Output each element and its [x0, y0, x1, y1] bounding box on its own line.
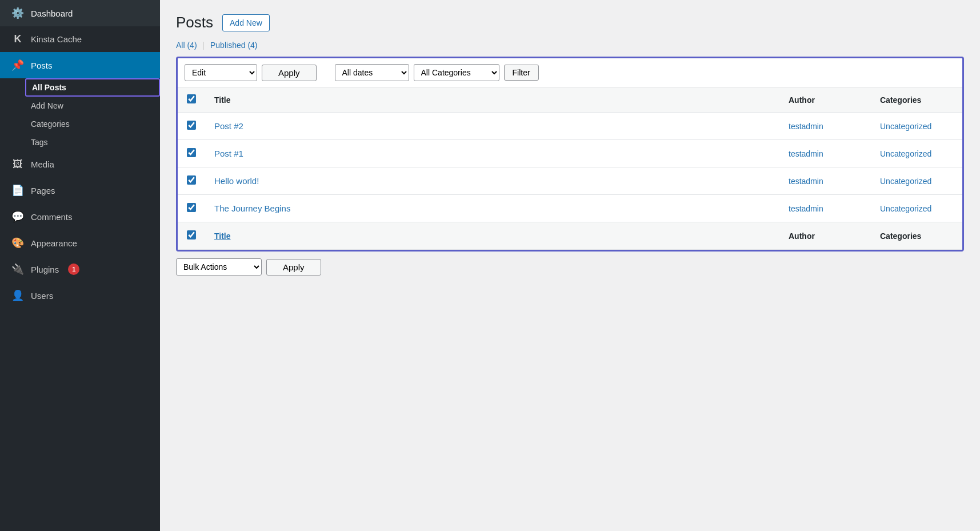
sidebar-item-label: Dashboard: [31, 9, 73, 18]
sidebar-sub-item-tags[interactable]: Tags: [31, 133, 160, 151]
sidebar-item-dashboard[interactable]: ⚙️ Dashboard: [0, 0, 160, 26]
comments-icon: 💬: [11, 210, 24, 223]
top-bulk-bar: Edit Move to Trash Apply All dates All C…: [178, 58, 962, 87]
dates-filter-select[interactable]: All dates: [335, 64, 409, 81]
posts-submenu: All Posts Add New Categories Tags: [0, 78, 160, 151]
sidebar-item-label: Media: [31, 159, 54, 169]
kinsta-icon: K: [11, 33, 24, 45]
sidebar-item-pages[interactable]: 📄 Pages: [0, 177, 160, 203]
page-title-row: Posts Add New: [176, 14, 964, 31]
row-title-cell: Post #2: [205, 113, 779, 140]
sidebar-item-appearance[interactable]: 🎨 Appearance: [0, 230, 160, 256]
bottom-apply-button[interactable]: Apply: [266, 259, 321, 276]
add-new-button[interactable]: Add New: [222, 14, 270, 31]
plugins-icon: 🔌: [11, 263, 24, 276]
filter-published-link[interactable]: Published (4): [210, 41, 258, 50]
sidebar-item-kinsta-cache[interactable]: K Kinsta Cache: [0, 26, 160, 52]
filter-bar: All dates All Categories Filter: [335, 64, 539, 81]
footer-title-col: Title: [205, 222, 779, 250]
categories-filter-select[interactable]: All Categories: [414, 64, 499, 81]
row-title-cell: Post #1: [205, 140, 779, 167]
row-checkbox-cell: [178, 113, 205, 140]
sidebar-item-label: Comments: [31, 212, 73, 222]
sidebar-sub-item-categories[interactable]: Categories: [31, 115, 160, 133]
row-checkbox-1[interactable]: [187, 121, 196, 130]
post-category-link-2[interactable]: Uncategorized: [880, 149, 931, 158]
media-icon: 🖼: [11, 158, 24, 170]
filter-all-link[interactable]: All (4): [176, 41, 199, 50]
dashboard-icon: ⚙️: [11, 7, 24, 19]
post-author-link-2[interactable]: testadmin: [789, 149, 823, 158]
users-icon: 👤: [11, 289, 24, 302]
table-row: Hello world! testadmin Uncategorized: [178, 167, 962, 195]
table-row: The Journey Begins testadmin Uncategoriz…: [178, 195, 962, 222]
sidebar-item-users[interactable]: 👤 Users: [0, 282, 160, 309]
footer-author-col: Author: [779, 222, 871, 250]
sidebar-item-label: Pages: [31, 186, 55, 195]
table-row: Post #2 testadmin Uncategorized: [178, 113, 962, 140]
select-all-checkbox[interactable]: [187, 94, 196, 103]
sidebar-item-plugins[interactable]: 🔌 Plugins 1: [0, 256, 160, 282]
sidebar-item-label: Users: [31, 291, 53, 301]
posts-icon: 📌: [11, 59, 24, 71]
row-title-cell: The Journey Begins: [205, 195, 779, 222]
post-title-link-1[interactable]: Post #2: [214, 121, 243, 131]
sidebar-item-label: Kinsta Cache: [31, 34, 82, 44]
top-bulk-action-select[interactable]: Edit Move to Trash: [185, 64, 257, 81]
header-author-col: Author: [779, 87, 871, 113]
pages-icon: 📄: [11, 184, 24, 197]
row-category-cell: Uncategorized: [871, 113, 962, 140]
row-author-cell: testadmin: [779, 195, 871, 222]
filter-separator: |: [202, 41, 207, 50]
footer-checkbox-col: [178, 222, 205, 250]
bottom-bulk-bar: Bulk Actions Edit Move to Trash Apply: [176, 254, 964, 280]
header-checkbox-col: [178, 87, 205, 113]
sidebar-item-media[interactable]: 🖼 Media: [0, 151, 160, 177]
posts-table: Title Author Categories Post #2: [178, 87, 962, 250]
post-title-link-2[interactable]: Post #1: [214, 149, 243, 158]
footer-categories-col: Categories: [871, 222, 962, 250]
header-categories-col: Categories: [871, 87, 962, 113]
sidebar: ⚙️ Dashboard K Kinsta Cache 📌 Posts All …: [0, 0, 160, 531]
row-checkbox-cell: [178, 167, 205, 195]
appearance-icon: 🎨: [11, 237, 24, 249]
row-author-cell: testadmin: [779, 140, 871, 167]
post-category-link-4[interactable]: Uncategorized: [880, 204, 931, 213]
post-category-link-3[interactable]: Uncategorized: [880, 177, 931, 186]
post-title-link-4[interactable]: The Journey Begins: [214, 203, 290, 213]
sidebar-item-posts[interactable]: 📌 Posts: [0, 52, 160, 78]
row-checkbox-cell: [178, 195, 205, 222]
post-title-link-3[interactable]: Hello world!: [214, 176, 259, 186]
post-author-link-1[interactable]: testadmin: [789, 122, 823, 131]
row-checkbox-cell: [178, 140, 205, 167]
sidebar-item-comments[interactable]: 💬 Comments: [0, 203, 160, 230]
sidebar-sub-item-add-new[interactable]: Add New: [31, 97, 160, 115]
table-row: Post #1 testadmin Uncategorized: [178, 140, 962, 167]
row-title-cell: Hello world!: [205, 167, 779, 195]
table-header-row: Title Author Categories: [178, 87, 962, 113]
row-author-cell: testadmin: [779, 113, 871, 140]
top-apply-button[interactable]: Apply: [262, 65, 317, 81]
row-checkbox-4[interactable]: [187, 203, 196, 212]
filter-button[interactable]: Filter: [504, 65, 539, 81]
post-author-link-4[interactable]: testadmin: [789, 204, 823, 213]
row-checkbox-3[interactable]: [187, 175, 196, 185]
footer-select-all-checkbox[interactable]: [187, 230, 196, 239]
post-category-link-1[interactable]: Uncategorized: [880, 122, 931, 131]
row-category-cell: Uncategorized: [871, 195, 962, 222]
row-author-cell: testadmin: [779, 167, 871, 195]
page-title: Posts: [176, 14, 213, 31]
main-content: Posts Add New All (4) | Published (4) Ed…: [160, 0, 980, 531]
header-title-col: Title: [205, 87, 779, 113]
filter-links: All (4) | Published (4): [176, 41, 964, 50]
sidebar-item-label: Appearance: [31, 238, 77, 248]
row-category-cell: Uncategorized: [871, 140, 962, 167]
sidebar-sub-item-all-posts[interactable]: All Posts: [25, 78, 160, 97]
post-author-link-3[interactable]: testadmin: [789, 177, 823, 186]
sidebar-item-label: Posts: [31, 61, 53, 70]
footer-title-link[interactable]: Title: [214, 231, 231, 241]
bottom-bulk-action-select[interactable]: Bulk Actions Edit Move to Trash: [176, 258, 262, 276]
plugins-badge: 1: [68, 263, 79, 275]
row-checkbox-2[interactable]: [187, 148, 196, 157]
row-category-cell: Uncategorized: [871, 167, 962, 195]
